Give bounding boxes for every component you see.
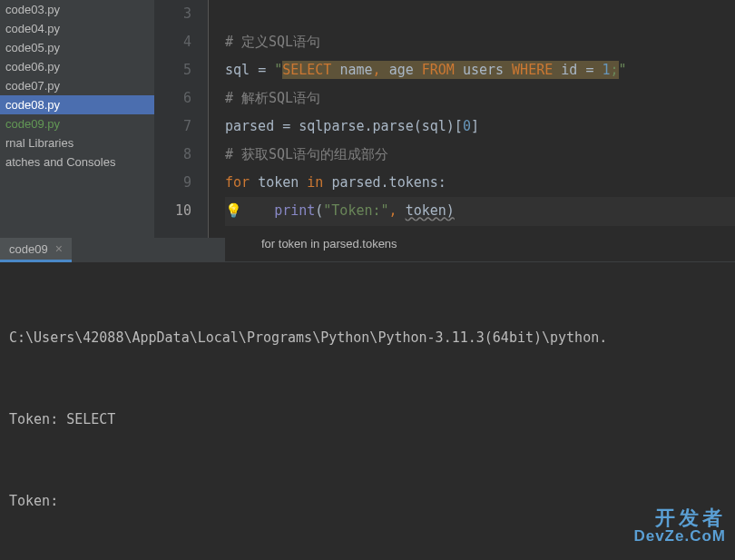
sidebar-item-libraries[interactable]: rnal Libraries [0,133,154,152]
line-number: 6 [154,84,191,113]
line-number: 7 [154,113,191,141]
sidebar-item-file[interactable]: code07.py [0,76,154,95]
code-line[interactable]: parsed = sqlparse.parse(sql)[0] [225,113,735,141]
console-output[interactable]: C:\Users\42088\AppData\Local\Programs\Py… [0,262,735,560]
code-line[interactable]: 💡 print("Token:", token) [225,197,735,225]
breadcrumb[interactable]: for token in parsed.tokens [225,225,735,261]
close-icon[interactable]: × [55,241,63,256]
line-number: 3 [154,0,191,28]
code-line[interactable]: for token in parsed.tokens: [225,169,735,197]
project-sidebar[interactable]: code03.py code04.py code05.py code06.py … [0,0,154,238]
code-line[interactable]: sql = "SELECT name, age FROM users WHERE… [225,56,735,84]
code-line[interactable] [225,0,735,28]
sidebar-item-file[interactable]: code06.py [0,57,154,76]
code-line[interactable]: # 定义SQL语句 [225,28,735,56]
console-line: C:\Users\42088\AppData\Local\Programs\Py… [9,324,726,351]
code-line[interactable]: # 解析SQL语句 [225,84,735,113]
line-number: 9 [154,169,191,197]
line-number: 8 [154,141,191,169]
sidebar-item-file[interactable]: code05.py [0,38,154,57]
line-number: 10 [154,197,191,225]
line-gutter: 3 4 5 6 7 8 9 10 [154,0,209,238]
sidebar-item-file[interactable]: code03.py [0,0,154,19]
console-line: Token: [9,487,726,515]
sidebar-item-file[interactable]: code08.py [0,95,154,114]
run-tab[interactable]: code09 × [0,238,72,262]
tab-label: code09 [9,242,48,256]
sidebar-item-file[interactable]: code04.py [0,19,154,38]
sidebar-item-scratches[interactable]: atches and Consoles [0,152,154,172]
line-number: 5 [154,56,191,84]
sidebar-item-file[interactable]: code09.py [0,114,154,133]
code-editor[interactable]: # 定义SQL语句 sql = "SELECT name, age FROM u… [209,0,735,238]
line-number: 4 [154,28,191,56]
console-line: Token: SELECT [9,406,726,433]
intention-bulb-icon[interactable]: 💡 [225,197,241,225]
code-line[interactable]: # 获取SQL语句的组成部分 [225,141,735,169]
